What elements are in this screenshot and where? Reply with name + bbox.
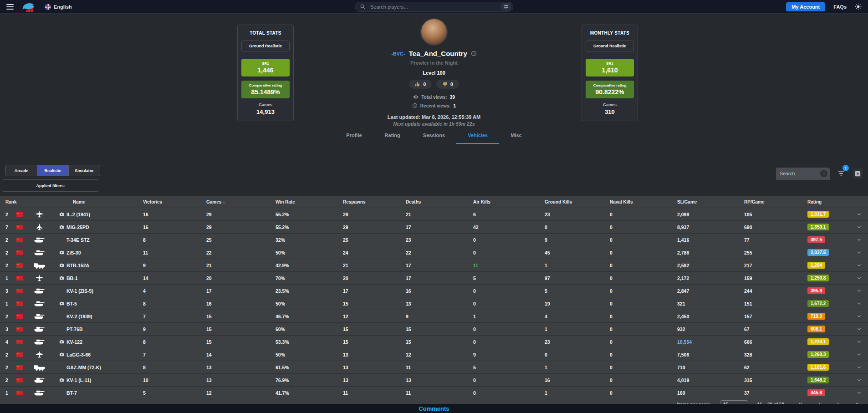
table-row[interactable]: 2 T-34E STZ 8 25 32% 25 23 0 9 0 1,416 7…	[0, 234, 868, 246]
dislike-button[interactable]: 0	[436, 80, 459, 89]
search-options-icon[interactable]	[820, 170, 827, 177]
vehicle-type-icon	[33, 249, 46, 256]
table-row[interactable]: 2 LaGG-3-66 7 14 50% 13 12 9 0 0 7,506 3…	[0, 348, 868, 361]
filter-button[interactable]: 1	[837, 169, 845, 178]
theme-toggle-sun-icon[interactable]	[855, 3, 862, 10]
total-comparative-value: 85.1489%	[243, 88, 288, 96]
mode-arcade-button[interactable]: Arcade	[6, 165, 37, 176]
recent-views-value: 1	[454, 103, 456, 108]
deaths-value: 9	[406, 314, 473, 319]
total-sr-box: SR1 1,446	[241, 59, 290, 76]
expand-row-chevron-icon[interactable]	[856, 211, 862, 217]
win-rate-value: 50%	[276, 352, 343, 357]
table-row[interactable]: 1 BT-7 5 12 41.7% 11 11 0 1 0 160 37 445…	[0, 387, 868, 399]
air-kills-value: 0	[473, 377, 545, 383]
expand-row-chevron-icon[interactable]	[856, 288, 862, 294]
total-stats-mode-select[interactable]: Ground Realistic	[241, 41, 290, 51]
applied-filters-box[interactable]: Applied filters:	[2, 179, 99, 192]
search-filters-button[interactable]	[500, 3, 511, 10]
table-row[interactable]: 2 KV-2 (1939) 7 15 46.7% 12 9 1 4 0 2,45…	[0, 310, 868, 323]
table-row[interactable]: 7 MiG-25PD 16 29 55.2% 29 17 42 0 0 8,93…	[0, 221, 868, 234]
table-row[interactable]: 2 IL-2 (1941) 16 29 55.2% 28 21 6 23 0 2…	[0, 208, 868, 221]
columns-button[interactable]	[853, 168, 863, 178]
expand-row-chevron-icon[interactable]	[856, 301, 862, 306]
tab-rating[interactable]: Rating	[373, 128, 412, 144]
tab-misc[interactable]: Misc	[499, 128, 533, 144]
expand-row-chevron-icon[interactable]	[856, 237, 862, 243]
rank-value: 2	[5, 352, 15, 357]
mode-simulator-button[interactable]: Simulator	[69, 165, 100, 176]
col-respawns[interactable]: Respawns	[343, 199, 406, 204]
rp-per-game-value: 37	[744, 390, 807, 396]
table-row[interactable]: 2 GAZ-MM (72-K) 8 13 61.5% 13 11 5 1 0 7…	[0, 361, 868, 374]
expand-row-chevron-icon[interactable]	[856, 352, 862, 357]
expand-row-chevron-icon[interactable]	[856, 250, 862, 255]
history-icon[interactable]	[471, 51, 477, 56]
expand-row-chevron-icon[interactable]	[856, 377, 862, 383]
like-button[interactable]: 0	[409, 80, 432, 89]
table-row[interactable]: 3 PT-76B 9 15 60% 15 15 0 1 0 932 67 608…	[0, 323, 868, 336]
expand-row-chevron-icon[interactable]	[856, 313, 862, 319]
col-ground-kills[interactable]: Ground Kills	[545, 199, 610, 204]
expand-row-chevron-icon[interactable]	[856, 224, 862, 230]
naval-kills-value: 0	[610, 288, 677, 294]
deaths-value: 17	[406, 263, 473, 268]
site-logo[interactable]	[21, 1, 36, 12]
col-rank[interactable]: Rank	[0, 199, 59, 204]
expand-row-chevron-icon[interactable]	[856, 390, 862, 396]
respawns-value: 25	[343, 237, 406, 243]
rank-value: 2	[5, 314, 15, 319]
monthly-stats-card: MONTHLY STATS Ground Realistic SR1 1,610…	[582, 25, 638, 121]
naval-kills-value: 0	[610, 314, 677, 319]
expand-row-chevron-icon[interactable]	[856, 262, 862, 268]
col-air-kills[interactable]: Air Kills	[473, 199, 545, 204]
mode-realistic-button[interactable]: Realistic	[37, 165, 69, 176]
rank-value: 3	[5, 326, 15, 332]
my-account-button[interactable]: My Account	[786, 2, 825, 11]
expand-row-chevron-icon[interactable]	[856, 275, 862, 281]
clan-tag[interactable]: -BVC-	[391, 51, 405, 56]
table-row[interactable]: 2 KV-1 (L-11) 10 13 76.9% 13 13 0 16 0 4…	[0, 374, 868, 387]
rating-badge: 1,224.1	[807, 338, 829, 345]
tab-sessions[interactable]: Sessions	[412, 128, 456, 144]
col-rating[interactable]: Rating	[807, 199, 850, 204]
games-value: 20	[206, 275, 276, 281]
total-comparative-label: Comparative rating	[243, 83, 288, 87]
respawns-value: 28	[343, 212, 406, 217]
col-deaths[interactable]: Deaths	[406, 199, 473, 204]
col-rp-game[interactable]: RP/Game	[744, 199, 807, 204]
table-row[interactable]: 1 BB-1 14 20 70% 20 17 5 97 0 2,172 159 …	[0, 272, 868, 285]
tab-profile[interactable]: Profile	[335, 128, 373, 144]
col-name[interactable]: Name	[59, 199, 143, 204]
ground-kills-value: 45	[545, 250, 610, 255]
table-row[interactable]: 4 KV-122 8 15 53.3% 15 15 0 23 0 10,554 …	[0, 336, 868, 348]
table-row[interactable]: 2 ZiS-30 11 22 50% 24 22 0 45 0 2,786 25…	[0, 246, 868, 259]
ground-kills-value: 5	[545, 288, 610, 294]
faqs-link[interactable]: FAQs	[833, 4, 847, 10]
monthly-stats-mode-select[interactable]: Ground Realistic	[586, 41, 634, 51]
player-search-input[interactable]	[369, 4, 497, 10]
deaths-value: 21	[406, 212, 473, 217]
avatar	[420, 18, 448, 46]
col-victories[interactable]: Victories	[143, 199, 206, 204]
player-search-bar[interactable]	[355, 2, 513, 12]
col-naval-kills[interactable]: Naval Kills	[610, 199, 677, 204]
col-sl-game[interactable]: SL/Game	[677, 199, 744, 204]
tab-vehicles[interactable]: Vehicles	[456, 128, 499, 144]
air-kills-value: 0	[473, 237, 545, 243]
table-row[interactable]: 1 BT-5 8 16 50% 15 13 0 19 0 321 151 1,6…	[0, 297, 868, 310]
table-row[interactable]: 2 BTR-152A 9 21 42.9% 21 17 11 1 0 2,582…	[0, 259, 868, 272]
expand-row-chevron-icon[interactable]	[856, 326, 862, 332]
air-kills-value: 42	[473, 224, 545, 230]
expand-row-chevron-icon[interactable]	[856, 364, 862, 370]
deaths-value: 17	[406, 275, 473, 281]
table-search-field[interactable]: Search	[776, 168, 830, 179]
menu-icon[interactable]	[6, 4, 14, 10]
expand-row-chevron-icon[interactable]	[856, 339, 862, 345]
comments-title[interactable]: Comments	[419, 405, 449, 412]
col-win-rate[interactable]: Win Rate	[276, 199, 343, 204]
col-games[interactable]: Games ↓	[206, 199, 276, 204]
table-row[interactable]: 3 KV-1 (ZiS-5) 4 17 23.5% 17 16 0 5 0 2,…	[0, 285, 868, 297]
language-selector[interactable]: English	[45, 4, 72, 10]
respawns-value: 13	[343, 365, 406, 370]
